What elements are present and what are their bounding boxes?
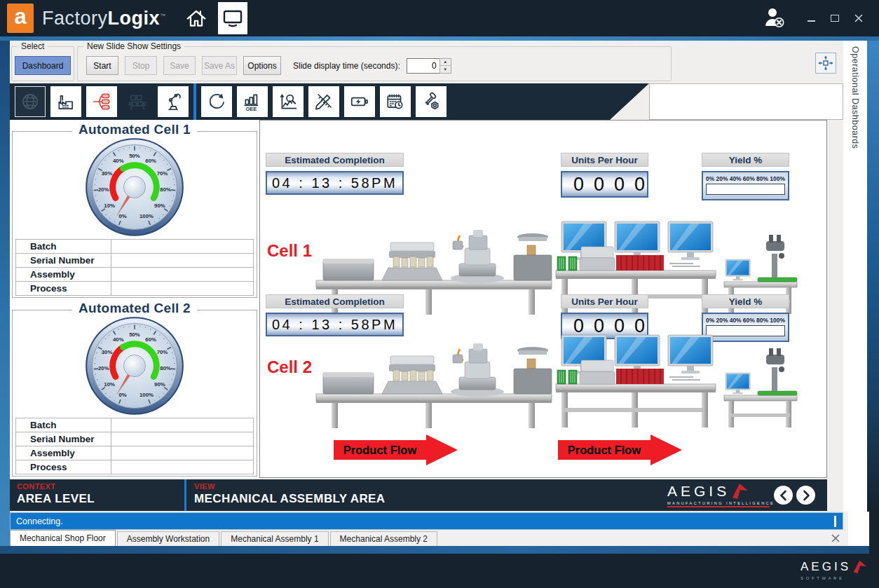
spin-down-icon[interactable]: ▼ [440, 66, 451, 73]
yield-header: Yield % [702, 153, 789, 167]
svg-text:100%: 100% [139, 213, 154, 219]
operational-dashboards-tab[interactable]: Operational Dashboards [850, 46, 860, 512]
estimated-completion-display: 04 : 13 : 58PM [266, 171, 404, 195]
svg-text:60%: 60% [145, 336, 156, 343]
save-button[interactable]: Save [163, 56, 196, 75]
context-label: CONTEXT [17, 482, 95, 491]
slideshow-settings-group: New Slide Show Settings Start Stop Save … [77, 46, 672, 81]
table-row: Process [16, 460, 254, 474]
cell-status-panel: Automated Cell 1 0%10%20%30%40%50%60%70%… [10, 120, 259, 478]
spin-up-icon[interactable]: ▲ [440, 59, 451, 67]
cell-info-table: Batch Serial Number Assembly Process [15, 418, 254, 474]
table-row: Batch [16, 418, 254, 432]
connection-progress-bar: Connecting. [10, 512, 843, 530]
select-group-label: Select [18, 41, 48, 51]
tab-mechanical-shop-floor[interactable]: Mechanical Shop Floor [10, 530, 116, 546]
table-row: Assembly [16, 446, 254, 460]
slide-time-input[interactable] [407, 58, 440, 74]
robot-arm-icon-button[interactable] [158, 86, 189, 117]
select-group: Select Dashboard [11, 46, 74, 81]
next-view-button[interactable] [796, 486, 815, 505]
status-message: Connecting. [16, 517, 63, 526]
yield-header: Yield % [702, 294, 789, 308]
home-icon[interactable] [184, 8, 208, 29]
hardware-icon-button[interactable] [416, 86, 447, 117]
toolbar-divider [193, 83, 196, 120]
svg-text:20%: 20% [98, 186, 109, 193]
svg-text:60%: 60% [145, 158, 156, 164]
operational-dashboards-rail: Operational Dashboards [843, 41, 867, 512]
filler [869, 510, 879, 554]
start-button[interactable]: Start [86, 56, 118, 75]
save-as-button[interactable]: Save As [202, 56, 237, 75]
window-scroll-strip[interactable] [867, 41, 879, 512]
cell-2-label: Cell 2 [267, 357, 312, 377]
aegis-software-logo: AEGIS SOFTWARE [800, 559, 868, 580]
mechanical-assembly-dashboard: Estimated Completion 04 : 13 : 58PM Unit… [259, 120, 827, 478]
close-icon[interactable] [848, 9, 869, 27]
context-block: CONTEXT AREA LEVEL [17, 482, 95, 506]
options-button[interactable]: Options [243, 56, 281, 75]
svg-text:70%: 70% [157, 170, 168, 177]
dashboard-icon-toolbar: OEE [10, 83, 649, 120]
units-per-hour-header: Units Per Hour [561, 294, 648, 308]
previous-view-button[interactable] [774, 486, 793, 505]
svg-text:40%: 40% [113, 336, 124, 343]
schedule-icon-button[interactable] [380, 86, 411, 117]
svg-text:0%: 0% [118, 213, 126, 219]
automated-cell-2-group: Automated Cell 2 0%10%20%30%40%50%60%70%… [12, 310, 257, 477]
chart-analysis-icon-button[interactable] [273, 86, 304, 117]
table-row: Serial Number [16, 254, 254, 268]
stop-button[interactable]: Stop [125, 56, 157, 75]
factory-icon-button[interactable] [50, 86, 81, 117]
tab-mechanical-assembly-2[interactable]: Mechanical Assembly 2 [330, 531, 437, 546]
design-tools-icon-button[interactable] [308, 86, 339, 117]
battery-power-icon-button[interactable] [344, 86, 375, 117]
yield-tick-labels: 0%20%40%60%80%100% [706, 175, 785, 182]
product-flow-arrow: Product Flow [334, 435, 458, 465]
svg-text:OEE: OEE [245, 106, 257, 112]
conveyor-icon-button[interactable] [122, 86, 153, 117]
aegis-flag-icon [731, 482, 749, 500]
slideshow-toolbar: Select Dashboard New Slide Show Settings… [10, 41, 843, 84]
svg-text:50%: 50% [129, 153, 140, 159]
cell-info-table: Batch Serial Number Assembly Process [15, 239, 254, 296]
yield-bar-track [706, 184, 785, 195]
dashboard-button[interactable]: Dashboard [15, 56, 71, 75]
automated-cell-1-group: Automated Cell 1 0%10%20%30%40%50%60%70%… [12, 131, 257, 298]
restore-icon[interactable] [824, 9, 845, 27]
dashboards-monitor-icon[interactable] [218, 2, 247, 34]
estimated-completion-header: Estimated Completion [266, 153, 404, 167]
progress-marker [834, 516, 836, 527]
context-value: AREA LEVEL [17, 492, 95, 506]
view-value: MECHANICAL ASSEMBLY AREA [194, 492, 386, 506]
svg-text:20%: 20% [98, 365, 109, 371]
globe-icon-button[interactable] [15, 86, 46, 117]
svg-text:50%: 50% [129, 331, 140, 338]
svg-text:80%: 80% [160, 186, 171, 193]
cell-2-equipment-illustration [315, 327, 805, 428]
units-per-hour-display: 0000 [561, 171, 648, 198]
tab-mechanical-assembly-1[interactable]: Mechanical Assembly 1 [221, 531, 328, 546]
process-flow-icon-button[interactable] [86, 86, 117, 117]
slide-time-label: Slide display time (seconds): [293, 61, 400, 71]
dashboard-tab-strip: Mechanical Shop Floor Assembly Workstati… [10, 531, 848, 546]
tab-assembly-workstation[interactable]: Assembly Workstation [117, 531, 219, 546]
svg-text:40%: 40% [113, 158, 124, 164]
cell-2-section: Estimated Completion 04 : 13 : 58PM Unit… [260, 290, 826, 432]
user-signout-icon[interactable] [761, 6, 788, 30]
float-panel-button[interactable] [815, 53, 836, 74]
minimize-icon[interactable] [800, 9, 822, 27]
titlebar: a FactoryLogix™ [0, 0, 879, 36]
svg-text:10%: 10% [104, 203, 115, 209]
yield-gauge: 0%20%40%60%80%100% [702, 171, 789, 200]
cell-gauge: 0%10%20%30%40%50%60%70%80%90%100% [83, 136, 186, 238]
svg-text:100%: 100% [139, 392, 154, 398]
filler [848, 512, 869, 546]
close-tab-icon[interactable] [831, 534, 840, 542]
context-bar: CONTEXT AREA LEVEL VIEW MECHANICAL ASSEM… [10, 479, 827, 511]
estimated-completion-header: Estimated Completion [266, 294, 404, 308]
refresh-icon-button[interactable] [201, 86, 232, 117]
oee-chart-icon-button[interactable]: OEE [237, 86, 268, 117]
view-block: VIEW MECHANICAL ASSEMBLY AREA [194, 482, 386, 506]
